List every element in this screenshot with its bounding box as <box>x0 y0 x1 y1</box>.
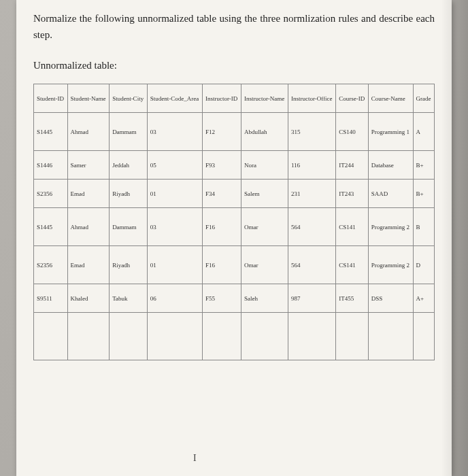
cell: Samer <box>67 151 110 180</box>
cell: Riyadh <box>110 180 148 208</box>
cell: Programming 2 <box>368 208 413 246</box>
cell: B <box>413 208 434 246</box>
cell-empty <box>67 313 110 360</box>
cell: B+ <box>413 151 434 180</box>
cell: A+ <box>413 284 434 313</box>
text-cursor-icon: I <box>193 453 197 464</box>
cell: S9511 <box>34 284 68 313</box>
cell: 01 <box>147 180 202 208</box>
cell: CS140 <box>336 113 368 151</box>
table-row: S1446 Samer Jeddah 05 F93 Nora 116 IT244… <box>34 151 435 180</box>
cell: 05 <box>147 151 202 180</box>
cell: CS141 <box>336 208 368 246</box>
cell: S1445 <box>34 208 68 246</box>
cell: S1445 <box>34 113 68 151</box>
cell: 315 <box>288 113 335 151</box>
cell: A <box>413 113 434 151</box>
cell: IT243 <box>336 180 368 208</box>
cell-empty <box>336 313 368 360</box>
cell: 116 <box>288 151 335 180</box>
cell: 01 <box>147 246 202 284</box>
cell: Emad <box>67 180 110 208</box>
cell: Saleh <box>241 284 288 313</box>
cell-empty <box>368 313 413 360</box>
cell: Omar <box>241 246 288 284</box>
cell: F55 <box>203 284 241 313</box>
cell: Database <box>368 151 413 180</box>
col-course-name: Course-Name <box>368 84 413 113</box>
cell: Tabuk <box>110 284 148 313</box>
table-row: S1445 Ahmad Dammam 03 F16 Omar 564 CS141… <box>34 208 435 246</box>
table-row: S9511 Khaled Tabuk 06 F55 Saleh 987 IT45… <box>34 284 435 313</box>
cell-empty <box>203 313 241 360</box>
document-page: Normalize the following unnormalized tab… <box>16 0 452 476</box>
cell: Omar <box>241 208 288 246</box>
cell: Dammam <box>110 113 148 151</box>
cell: Jeddah <box>110 151 148 180</box>
cell: Khaled <box>67 284 110 313</box>
cell: Salem <box>241 180 288 208</box>
cell: 987 <box>288 284 335 313</box>
col-student-city: Student-City <box>110 84 148 113</box>
instruction-text: Normalize the following unnormalized tab… <box>33 10 435 43</box>
cell: S2356 <box>34 180 68 208</box>
col-grade: Grade <box>413 84 434 113</box>
table-header-row: Student-ID Student-Name Student-City Stu… <box>34 84 435 113</box>
col-student-name: Student-Name <box>67 84 110 113</box>
col-student-id: Student-ID <box>34 84 68 113</box>
cell: 03 <box>147 208 202 246</box>
col-course-id: Course-ID <box>336 84 368 113</box>
cell: 564 <box>288 246 335 284</box>
cell: 03 <box>147 113 202 151</box>
cell: S1446 <box>34 151 68 180</box>
cell-empty <box>34 313 68 360</box>
table-row: S2356 Emad Riyadh 01 F16 Omar 564 CS141 … <box>34 246 435 284</box>
subtitle-text: Unnormalized table: <box>33 60 435 71</box>
cell: F12 <box>203 113 241 151</box>
cell: Programming 1 <box>368 113 413 151</box>
cell: Riyadh <box>110 246 148 284</box>
cell: IT244 <box>336 151 368 180</box>
cell: Abdullah <box>241 113 288 151</box>
cell-empty <box>413 313 434 360</box>
unnormalized-table: Student-ID Student-Name Student-City Stu… <box>33 84 435 360</box>
cell: IT455 <box>336 284 368 313</box>
cell: S2356 <box>34 246 68 284</box>
cell: B+ <box>413 180 434 208</box>
cell-empty <box>110 313 148 360</box>
cell: CS141 <box>336 246 368 284</box>
col-student-code-area: Student-Code_Area <box>147 84 202 113</box>
table-row: S2356 Emad Riyadh 01 F34 Salem 231 IT243… <box>34 180 435 208</box>
col-instructor-office: Instructor-Office <box>288 84 335 113</box>
cell: F93 <box>203 151 241 180</box>
cell: 564 <box>288 208 335 246</box>
table-row: S1445 Ahmad Dammam 03 F12 Abdullah 315 C… <box>34 113 435 151</box>
col-instructor-id: Instructor-ID <box>203 84 241 113</box>
cell: 231 <box>288 180 335 208</box>
cell: Programming 2 <box>368 246 413 284</box>
cell: Emad <box>67 246 110 284</box>
cell: Dammam <box>110 208 148 246</box>
cell: Ahmad <box>67 113 110 151</box>
cell: F34 <box>203 180 241 208</box>
cell-empty <box>288 313 335 360</box>
cell: SAAD <box>368 180 413 208</box>
col-instructor-name: Instructor-Name <box>241 84 288 113</box>
cell: Nora <box>241 151 288 180</box>
cell: D <box>413 246 434 284</box>
cell: DSS <box>368 284 413 313</box>
cell: Ahmad <box>67 208 110 246</box>
table-row-empty <box>34 313 435 360</box>
cell-empty <box>147 313 202 360</box>
cell: F16 <box>203 246 241 284</box>
cell: 06 <box>147 284 202 313</box>
cell: F16 <box>203 208 241 246</box>
cell-empty <box>241 313 288 360</box>
